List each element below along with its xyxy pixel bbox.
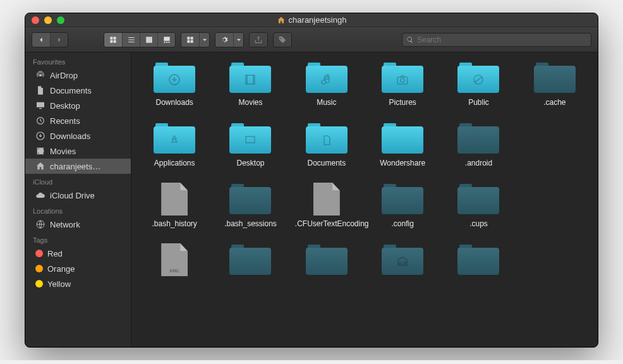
folder-icon (154, 122, 195, 155)
grid-item-label: Wondershare (380, 159, 425, 176)
search-input[interactable] (417, 35, 587, 44)
sidebar-item-movies[interactable]: Movies (25, 143, 131, 159)
grid-item (517, 183, 593, 237)
view-switcher (104, 32, 176, 47)
icon-view-button[interactable] (104, 33, 122, 47)
sidebar-item-label: Orange (47, 264, 75, 274)
sidebar-group-heading: Favourites (25, 55, 131, 68)
folder-icon (382, 243, 423, 276)
sidebar-item-red[interactable]: Red (25, 246, 131, 261)
grid-item[interactable] (365, 243, 440, 298)
sidebar-group-heading: Locations (25, 204, 131, 217)
grid-item[interactable]: Downloads (136, 61, 212, 116)
grid-item[interactable] (136, 243, 212, 298)
grid-item[interactable]: Pictures (365, 61, 440, 116)
grid-item[interactable]: Public (440, 61, 516, 116)
window-title: charanjeetsingh (25, 15, 598, 25)
forward-button[interactable] (50, 33, 68, 47)
sidebar-group-heading: iCloud (25, 175, 131, 188)
folder-icon (229, 122, 271, 155)
grid-item-label: .bash_sessions (224, 219, 277, 237)
grid-item-label: Desktop (236, 159, 264, 176)
sidebar-item-network[interactable]: Network (25, 217, 131, 232)
grid-item-label: Public (468, 98, 489, 116)
folder-icon (229, 183, 271, 215)
grid-item[interactable] (289, 243, 365, 298)
grid-item-label: Music (317, 98, 336, 116)
sidebar-item-yellow[interactable]: Yellow (25, 276, 131, 291)
sidebar-item-icloud-drive[interactable]: iCloud Drive (25, 188, 131, 203)
folder-icon (229, 61, 271, 94)
grid-item-label: Pictures (389, 98, 416, 116)
grid-item[interactable]: Applications (136, 122, 212, 176)
search-field[interactable] (402, 33, 591, 47)
file-icon (154, 183, 195, 215)
grid-item (517, 243, 593, 298)
grid-item[interactable]: Wondershare (365, 122, 440, 176)
nav-buttons (32, 32, 68, 47)
column-view-button[interactable] (140, 33, 157, 47)
grid-item[interactable]: .cache (517, 61, 593, 116)
grid-item[interactable]: .bash_history (136, 183, 212, 237)
sidebar-item-label: Network (50, 220, 80, 229)
sidebar-item-label: Red (47, 249, 63, 258)
tags-button[interactable] (273, 32, 292, 47)
folder-icon (382, 61, 423, 94)
sidebar-item-label: Movies (50, 147, 76, 156)
grid-item[interactable] (212, 243, 288, 298)
sidebar-item-label: Yellow (47, 279, 71, 289)
action-menu[interactable] (215, 32, 244, 47)
folder-icon (382, 183, 423, 215)
share-button[interactable] (249, 32, 268, 47)
grid-item (517, 122, 593, 176)
sidebar-item-recents[interactable]: Recents (25, 113, 131, 128)
svg-point-7 (401, 78, 404, 82)
window-body: FavouritesAirDropDocumentsDesktopRecents… (25, 52, 598, 347)
sidebar-item-charanjeets-[interactable]: charanjeets… (25, 159, 131, 174)
folder-icon (457, 243, 499, 276)
sidebar-group-heading: Tags (25, 233, 131, 246)
folder-icon (229, 243, 271, 276)
back-button[interactable] (32, 33, 50, 47)
folder-icon (382, 122, 423, 155)
grid-item[interactable] (440, 243, 516, 298)
sidebar-item-label: Desktop (50, 101, 80, 111)
finder-window: charanjeetsingh (25, 13, 598, 348)
folder-icon (457, 183, 499, 215)
grid-item[interactable]: .config (365, 183, 440, 237)
grid-item[interactable]: .CFUserTextEncoding (289, 183, 365, 237)
folder-icon (306, 122, 348, 155)
sidebar-item-downloads[interactable]: Downloads (25, 128, 131, 143)
gallery-view-button[interactable] (157, 33, 175, 47)
grid-item[interactable]: .android (440, 122, 516, 176)
sidebar: FavouritesAirDropDocumentsDesktopRecents… (25, 52, 131, 347)
sidebar-item-orange[interactable]: Orange (25, 261, 131, 276)
folder-icon (457, 122, 499, 155)
sidebar-item-label: iCloud Drive (50, 191, 95, 200)
grid-item-label: Documents (307, 159, 346, 176)
grid-item[interactable]: .cups (440, 183, 516, 237)
list-view-button[interactable] (122, 33, 140, 47)
sidebar-item-label: Documents (50, 86, 92, 95)
grid-item-label: Applications (154, 159, 195, 176)
sidebar-item-label: charanjeets… (50, 162, 100, 171)
grid-item[interactable]: Movies (212, 61, 288, 116)
sidebar-item-label: Recents (50, 116, 80, 126)
toolbar (25, 27, 598, 52)
file-icon (306, 183, 348, 215)
grid-item[interactable]: Music (289, 61, 365, 116)
grid-item[interactable]: .bash_sessions (212, 183, 288, 237)
group-menu[interactable] (181, 32, 210, 47)
sidebar-item-documents[interactable]: Documents (25, 83, 131, 98)
svg-point-0 (39, 74, 42, 76)
svg-rect-9 (246, 136, 255, 143)
grid-item[interactable]: Desktop (212, 122, 288, 176)
sidebar-item-label: AirDrop (50, 71, 78, 80)
sidebar-item-airdrop[interactable]: AirDrop (25, 68, 131, 83)
icon-grid: DownloadsMoviesMusicPicturesPublic.cache… (136, 61, 593, 298)
folder-icon (306, 61, 348, 94)
grid-item[interactable]: Documents (289, 122, 365, 176)
grid-item-label: .config (391, 219, 413, 237)
sidebar-item-desktop[interactable]: Desktop (25, 98, 131, 113)
content-area[interactable]: DownloadsMoviesMusicPicturesPublic.cache… (131, 52, 598, 347)
